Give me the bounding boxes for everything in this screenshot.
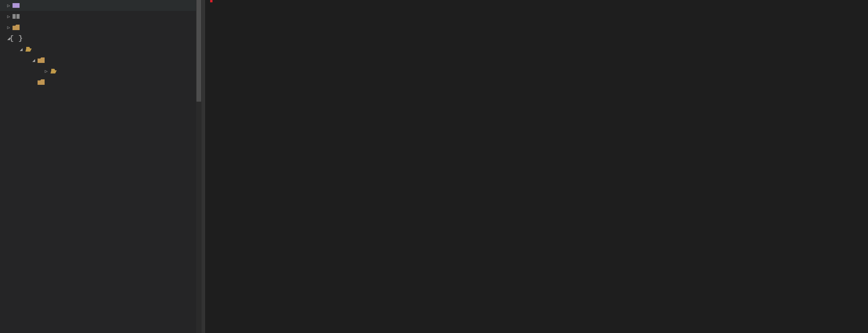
tree-node-pe[interactable] bbox=[0, 0, 202, 11]
class-icon bbox=[24, 46, 33, 53]
panel-splitter[interactable] bbox=[202, 0, 205, 333]
chevron-icon[interactable] bbox=[5, 3, 12, 9]
folder-icon bbox=[37, 79, 45, 86]
code-editor[interactable] bbox=[210, 0, 868, 333]
tree-node-class-selected[interactable] bbox=[0, 44, 202, 55]
tree-node-derived-types[interactable] bbox=[0, 77, 202, 88]
scrollbar-thumb[interactable] bbox=[196, 0, 201, 102]
tree-node-base-types[interactable] bbox=[0, 55, 202, 66]
namespace-icon: { } bbox=[12, 35, 20, 42]
panel-divider bbox=[205, 0, 210, 333]
chevron-icon[interactable] bbox=[18, 47, 24, 52]
tree-scroll[interactable]: { } bbox=[0, 0, 202, 333]
assembly-explorer[interactable]: { } bbox=[0, 0, 202, 333]
class-icon bbox=[49, 68, 58, 75]
pe-icon bbox=[12, 2, 20, 9]
chevron-icon[interactable] bbox=[31, 57, 37, 63]
references-icon bbox=[12, 13, 20, 20]
scrollbar[interactable] bbox=[196, 0, 202, 333]
tree-node-references[interactable] bbox=[0, 11, 202, 22]
tree-node-namespace[interactable]: { } bbox=[0, 33, 202, 44]
chevron-icon[interactable] bbox=[43, 68, 49, 74]
tree-node-combobox[interactable] bbox=[0, 66, 202, 77]
folder-icon bbox=[37, 57, 45, 64]
error-highlight-box bbox=[210, 0, 212, 2]
folder-icon bbox=[12, 24, 20, 31]
tree-node-resources[interactable] bbox=[0, 22, 202, 33]
chevron-icon[interactable] bbox=[5, 14, 12, 20]
chevron-icon[interactable] bbox=[5, 25, 12, 30]
